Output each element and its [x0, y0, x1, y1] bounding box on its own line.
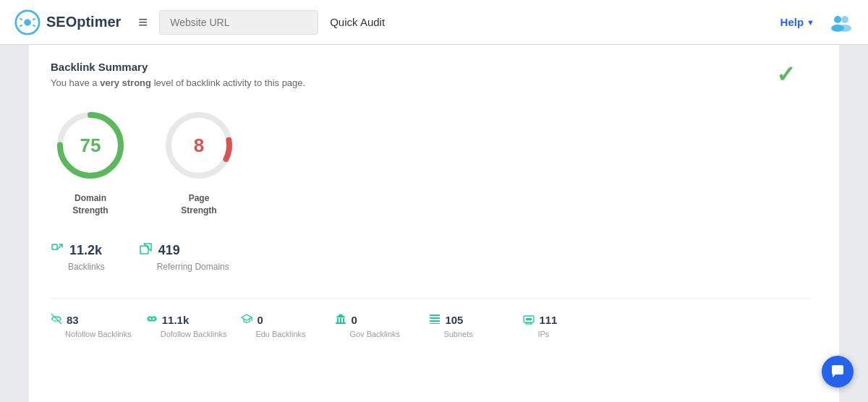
subtitle-strong: very strong [100, 77, 151, 88]
domain-strength-label: DomainStrength [72, 192, 108, 217]
logo-text: SEOptimer [46, 14, 121, 30]
nofollow-stat: 83 Nofollow Backlinks [51, 313, 146, 338]
backlinks-icon [51, 243, 64, 259]
backlinks-stat: 11.2k Backlinks [51, 243, 105, 272]
section-title: Backlink Summary [51, 61, 810, 73]
svg-rect-17 [336, 322, 346, 324]
domain-strength-value: 75 [80, 134, 101, 157]
svg-rect-23 [430, 317, 440, 319]
right-sidebar-strip [839, 45, 868, 402]
svg-point-3 [841, 16, 848, 23]
edu-icon [241, 313, 252, 327]
header-right: Help ▼ [780, 9, 854, 35]
subtitle-suffix: level of backlink activity to this page. [151, 77, 305, 88]
referring-domains-stat: 419 Referring Domains [140, 243, 229, 272]
domain-strength-circle: 75 [51, 106, 130, 185]
dofollow-stat-top: 11.1k [146, 313, 190, 327]
help-button[interactable]: Help ▼ [780, 16, 814, 28]
hamburger-icon[interactable]: ≡ [138, 13, 148, 32]
gov-stat: 0 Gov Backlinks [335, 313, 429, 338]
edu-value: 0 [257, 314, 263, 326]
svg-point-2 [834, 16, 841, 23]
main-layout: ✓ Backlink Summary You have a very stron… [0, 45, 868, 402]
stats-row: 11.2k Backlinks 419 Referring Do [51, 243, 810, 272]
chat-bubble-button[interactable] [822, 356, 854, 388]
left-sidebar-strip [0, 45, 29, 402]
svg-marker-21 [336, 314, 346, 317]
chevron-down-icon: ▼ [807, 18, 814, 27]
check-mark: ✓ [776, 61, 796, 88]
referring-domains-label: Referring Domains [157, 262, 229, 272]
subnets-stat: 105 Subnets [429, 313, 523, 338]
bottom-stats-row: 83 Nofollow Backlinks 11.1k [51, 298, 810, 338]
page-strength-label: PageStrength [181, 192, 216, 217]
nofollow-icon [51, 313, 62, 327]
gov-label: Gov Backlinks [349, 330, 400, 338]
subnets-label: Subnets [443, 330, 472, 338]
referring-domains-value: 419 [158, 243, 180, 258]
quick-audit-label: Quick Audit [330, 16, 385, 28]
logo-area: SEOptimer [14, 9, 121, 35]
svg-rect-19 [340, 318, 341, 322]
svg-point-1 [25, 19, 31, 25]
edu-stat: 0 Edu Backlinks [241, 313, 335, 338]
logo-icon [14, 9, 41, 35]
subnets-value: 105 [445, 314, 463, 326]
edu-stat-top: 0 [241, 313, 263, 327]
user-group-icon [829, 11, 852, 34]
nofollow-stat-top: 83 [51, 313, 79, 327]
backlinks-value: 11.2k [69, 243, 102, 258]
svg-rect-18 [337, 318, 339, 322]
ips-stat: 111 IPs [523, 313, 617, 338]
subtitle-prefix: You have a [51, 77, 100, 88]
backlinks-stat-top: 11.2k [51, 243, 102, 259]
edu-label: Edu Backlinks [255, 330, 305, 338]
nofollow-value: 83 [67, 314, 79, 326]
page-strength-item: 8 PageStrength [159, 106, 239, 217]
user-icon-button[interactable] [827, 9, 854, 35]
svg-line-12 [51, 314, 61, 324]
svg-rect-20 [343, 318, 344, 322]
url-input[interactable] [159, 10, 318, 35]
ips-value: 111 [539, 314, 557, 326]
dofollow-stat: 11.1k Dofollow Backlinks [146, 313, 242, 338]
gov-value: 0 [351, 314, 357, 326]
section-subtitle: You have a very strong level of backlink… [51, 77, 810, 88]
ips-stat-top: 111 [523, 313, 557, 327]
header: SEOptimer ≡ Quick Audit Help ▼ [0, 0, 868, 45]
gov-stat-top: 0 [335, 313, 357, 327]
page-strength-circle: 8 [159, 106, 239, 185]
content-area: ✓ Backlink Summary You have a very stron… [29, 45, 839, 402]
referring-domains-stat-top: 419 [140, 243, 180, 259]
svg-rect-25 [430, 323, 440, 324]
gov-icon [335, 313, 346, 327]
svg-rect-27 [526, 318, 532, 320]
backlinks-label: Backlinks [68, 262, 105, 272]
dofollow-icon [146, 313, 158, 327]
circles-row: 75 DomainStrength 8 PageStrength [51, 106, 810, 217]
svg-point-5 [838, 25, 851, 32]
page-strength-value: 8 [194, 134, 204, 157]
svg-rect-10 [52, 244, 57, 249]
chat-icon [830, 364, 846, 380]
subnets-icon [429, 313, 441, 327]
subnets-stat-top: 105 [429, 313, 463, 327]
svg-rect-22 [430, 315, 440, 316]
ips-icon [523, 313, 535, 327]
domain-strength-item: 75 DomainStrength [51, 106, 130, 217]
help-label: Help [780, 16, 804, 28]
svg-rect-24 [430, 320, 440, 322]
ips-label: IPs [537, 330, 549, 338]
dofollow-label: Dofollow Backlinks [161, 330, 227, 338]
dofollow-value: 11.1k [162, 314, 190, 326]
referring-domains-icon [140, 243, 153, 259]
nofollow-label: Nofollow Backlinks [65, 330, 132, 338]
